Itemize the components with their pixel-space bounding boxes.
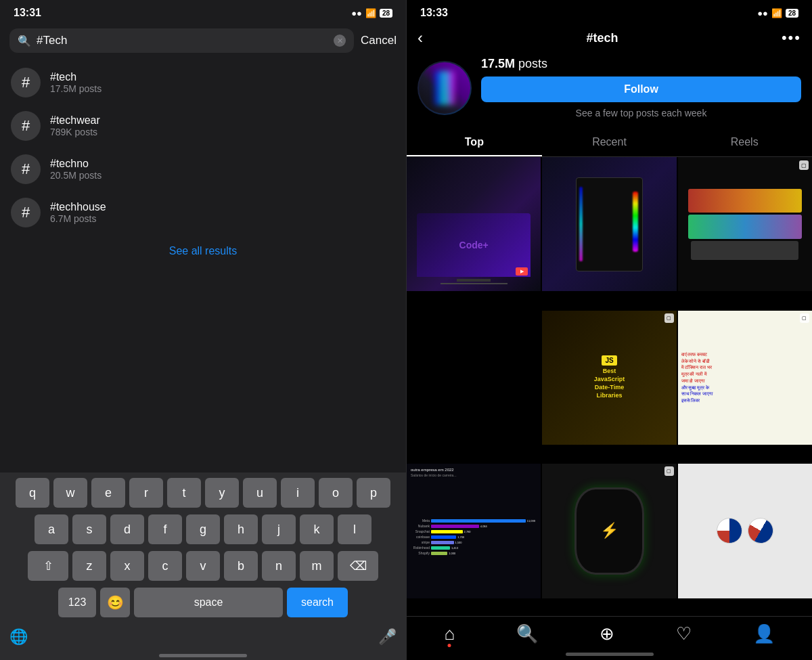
space-key[interactable]: space (134, 588, 283, 617)
result-text-techhouse: #techhouse 6.7M posts (50, 201, 106, 224)
result-sub-techwear: 789K posts (50, 127, 100, 137)
result-item-techhouse[interactable]: # #techhouse 6.7M posts (0, 191, 406, 234)
key-z[interactable]: z (72, 551, 106, 581)
key-q[interactable]: q (16, 478, 49, 508)
shift-key[interactable]: ⇧ (28, 551, 68, 581)
key-j[interactable]: j (262, 514, 296, 544)
emoji-key[interactable]: 😊 (100, 588, 130, 617)
back-button[interactable]: ‹ (418, 28, 423, 47)
keyboard-row-3: ⇧ z x c v b n m ⌫ (3, 551, 403, 581)
key-r[interactable]: r (129, 478, 163, 508)
key-u[interactable]: u (243, 478, 277, 508)
key-c[interactable]: c (148, 551, 182, 581)
key-v[interactable]: v (186, 551, 220, 581)
result-item-tech[interactable]: # #tech 17.5M posts (0, 61, 406, 104)
key-h[interactable]: h (224, 514, 258, 544)
key-l[interactable]: l (338, 514, 371, 544)
key-k[interactable]: k (300, 514, 334, 544)
grid-cell-2[interactable] (542, 157, 676, 291)
globe-icon[interactable]: 🌐 (9, 628, 28, 646)
key-b[interactable]: b (224, 551, 258, 581)
result-sub-techno: 20.5M posts (50, 170, 102, 181)
search-input[interactable]: #Tech (37, 34, 328, 47)
cell-rgb-pc (542, 157, 676, 291)
mic-icon[interactable]: 🎤 (378, 628, 397, 646)
key-p[interactable]: p (357, 478, 390, 508)
result-name-techno: #techno (50, 158, 102, 170)
left-status-icons: ●● 📶 28 (351, 8, 392, 18)
more-options-button[interactable]: ••• (782, 29, 801, 47)
grid-cell-5[interactable]: वाएं तरफ करवटलेके सोने से बॉडीमें टॉक्सि… (678, 311, 812, 445)
follow-button[interactable]: Follow (481, 76, 801, 102)
key-a[interactable]: a (35, 514, 68, 544)
hashtag-header: ‹ #tech ••• (407, 23, 812, 50)
home-indicator-left (159, 654, 247, 657)
search-input-wrap[interactable]: 🔍 #Tech ✕ (9, 28, 354, 53)
key-w[interactable]: w (53, 478, 87, 508)
key-m[interactable]: m (300, 551, 334, 581)
cancel-button[interactable]: Cancel (361, 34, 397, 47)
cell-hindi: वाएं तरफ करवटलेके सोने से बॉडीमें टॉक्सि… (678, 311, 812, 445)
grid-cell-8[interactable] (678, 464, 812, 598)
nav-profile[interactable]: 👤 (753, 623, 775, 644)
key-o[interactable]: o (319, 478, 353, 508)
result-text-techno: #techno 20.5M posts (50, 158, 102, 181)
key-d[interactable]: d (110, 514, 144, 544)
key-n[interactable]: n (262, 551, 296, 581)
key-e[interactable]: e (91, 478, 125, 508)
keyboard-row-4: 123 😊 space search (3, 588, 403, 617)
result-sub-techhouse: 6.7M posts (50, 213, 106, 224)
grid-cell-4[interactable]: JS BestJavaScriptDate-TimeLibraries ▢ (542, 311, 676, 445)
hashtag-title: #tech (586, 31, 618, 45)
hash-icon-tech: # (11, 68, 41, 97)
key-s[interactable]: s (72, 514, 106, 544)
result-name-tech: #tech (50, 71, 102, 83)
result-item-techwear[interactable]: # #techwear 789K posts (0, 104, 406, 148)
hash-icon-techhouse: # (11, 198, 41, 227)
result-sub-tech: 17.5M posts (50, 83, 102, 94)
key-g[interactable]: g (186, 514, 220, 544)
grid-cell-1[interactable]: Code+ ▶ (407, 157, 541, 291)
key-f[interactable]: f (148, 514, 182, 544)
result-item-techno[interactable]: # #techno 20.5M posts (0, 148, 406, 191)
cell-pepsi (678, 464, 812, 598)
key-i[interactable]: i (281, 478, 315, 508)
search-key[interactable]: search (287, 588, 348, 617)
signal-icon: ●● (351, 8, 362, 18)
right-status-bar: 13:33 ●● 📶 28 (407, 0, 812, 23)
grid-cell-6[interactable]: outra empresa em 2022Salários de início … (407, 464, 541, 598)
posts-label: posts (518, 57, 547, 70)
tag-avatar-image (419, 62, 470, 114)
nav-search[interactable]: 🔍 (516, 623, 538, 644)
tab-top[interactable]: Top (407, 128, 542, 156)
grid-cell-3[interactable]: ▢ (678, 157, 812, 291)
tab-reels[interactable]: Reels (677, 128, 812, 156)
nav-heart[interactable]: ♡ (676, 623, 692, 644)
tabs-row: Top Recent Reels (407, 128, 812, 157)
clear-button[interactable]: ✕ (334, 35, 346, 47)
tag-avatar (418, 61, 472, 115)
result-name-techwear: #techwear (50, 114, 100, 127)
result-text-tech: #tech 17.5M posts (50, 71, 102, 94)
home-indicator-right (566, 653, 654, 656)
nav-add[interactable]: ⊕ (600, 623, 614, 644)
tab-recent[interactable]: Recent (542, 128, 677, 156)
backspace-key[interactable]: ⌫ (338, 551, 378, 581)
see-all-results[interactable]: See all results (0, 234, 406, 268)
posts-count: 17.5M posts (481, 57, 801, 71)
nums-key[interactable]: 123 (58, 588, 96, 617)
key-t[interactable]: t (167, 478, 201, 508)
key-x[interactable]: x (110, 551, 144, 581)
left-time: 13:31 (14, 7, 41, 19)
cell-watch: ⚡ ▢ (542, 464, 676, 598)
bottom-nav: ⌂ 🔍 ⊕ ♡ 👤 (407, 616, 812, 650)
right-phone-panel: 13:33 ●● 📶 28 ‹ #tech ••• 17.5M posts Fo… (406, 0, 812, 660)
key-y[interactable]: y (205, 478, 239, 508)
nav-home[interactable]: ⌂ (444, 623, 455, 644)
grid-cell-7[interactable]: ⚡ ▢ (542, 464, 676, 598)
keyboard-row-2: a s d f g h j k l (3, 514, 403, 544)
left-phone-panel: 13:31 ●● 📶 28 🔍 #Tech ✕ Cancel # #tech 1… (0, 0, 406, 660)
home-nav-dot (448, 644, 451, 647)
result-name-techhouse: #techhouse (50, 201, 106, 213)
right-battery-badge: 28 (786, 9, 798, 18)
